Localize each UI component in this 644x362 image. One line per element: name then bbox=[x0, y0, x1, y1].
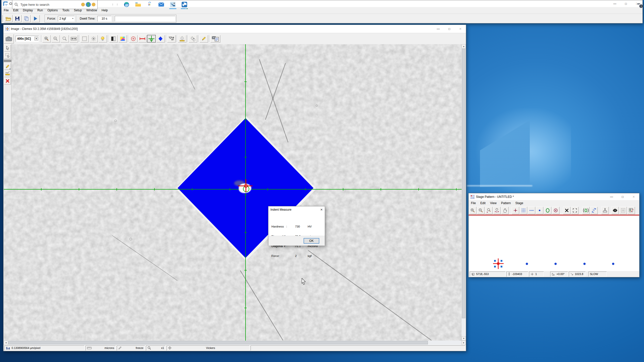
taskbar-utility-button[interactable] bbox=[167, 0, 179, 9]
horizontal-scrollbar[interactable]: ◄ ► bbox=[4, 341, 466, 345]
annotate-button[interactable] bbox=[199, 35, 208, 42]
indent-tool-button[interactable] bbox=[156, 35, 165, 42]
menu-display[interactable]: Display bbox=[21, 9, 35, 12]
stage-point-button[interactable] bbox=[512, 207, 519, 214]
toolbar-text-field[interactable] bbox=[115, 16, 175, 21]
lamp-button[interactable] bbox=[98, 35, 107, 42]
stage-menu-pattern[interactable]: Pattern bbox=[499, 201, 513, 205]
delete-tool-button[interactable] bbox=[4, 77, 11, 84]
dwell-time-field[interactable]: 10 s bbox=[97, 16, 111, 21]
pattern-point[interactable] bbox=[612, 263, 614, 265]
run-button[interactable] bbox=[31, 15, 40, 22]
zoom-out-button[interactable] bbox=[51, 35, 60, 42]
stage-line-pattern-button[interactable] bbox=[528, 207, 535, 214]
circle-marker-button[interactable] bbox=[129, 35, 138, 42]
report-snapshot-button[interactable] bbox=[210, 35, 220, 42]
stage-pattern-canvas[interactable] bbox=[469, 216, 639, 271]
zoom-window-button[interactable] bbox=[60, 35, 69, 42]
measure-indent-button[interactable] bbox=[178, 35, 186, 42]
pattern-point[interactable] bbox=[554, 263, 557, 265]
start-button[interactable] bbox=[0, 0, 12, 9]
taskbar-store-button[interactable] bbox=[144, 0, 155, 9]
copy-button[interactable] bbox=[22, 15, 31, 22]
dialog-close-icon[interactable]: ✕ bbox=[320, 208, 323, 211]
menu-run[interactable]: Run bbox=[35, 9, 45, 12]
sort-measures-button[interactable] bbox=[167, 35, 176, 42]
ruler-line-button[interactable] bbox=[138, 35, 147, 42]
stage-fit-view-button[interactable] bbox=[571, 207, 579, 214]
stage-zoom-in-button[interactable] bbox=[469, 207, 476, 214]
menu-window[interactable]: Window bbox=[84, 9, 99, 12]
pattern-point[interactable] bbox=[526, 263, 528, 265]
maximize-button[interactable]: □ bbox=[620, 0, 631, 7]
menu-help[interactable]: Help bbox=[99, 9, 110, 12]
vertical-scroll-thumb[interactable] bbox=[462, 49, 465, 318]
measure-curve-tool-button[interactable] bbox=[4, 70, 11, 77]
stage-table-button[interactable] bbox=[627, 207, 635, 214]
grayscale-button[interactable] bbox=[109, 35, 118, 42]
stage-zoom-point-button[interactable] bbox=[485, 207, 493, 214]
stage-zoom-out-button[interactable] bbox=[477, 207, 485, 214]
stage-zoom-points-button[interactable] bbox=[493, 207, 501, 214]
selected-pattern-point[interactable] bbox=[493, 258, 504, 269]
pencil-tool-button[interactable]: ▸ bbox=[4, 63, 11, 70]
vertical-scrollbar[interactable]: ▲ ▼ bbox=[462, 44, 466, 341]
menu-tools[interactable]: Tools bbox=[60, 9, 72, 12]
stage-joystick-button[interactable] bbox=[601, 207, 609, 214]
stage-maximize-button[interactable]: □ bbox=[617, 193, 628, 200]
image-minimize-button[interactable]: — bbox=[433, 25, 444, 33]
stage-menu-view[interactable]: View bbox=[488, 201, 499, 205]
taskbar-edge-button[interactable] bbox=[121, 0, 132, 9]
taskbar-clemex-button[interactable] bbox=[179, 0, 190, 9]
camera-button[interactable] bbox=[4, 34, 14, 43]
task-view-button[interactable] bbox=[109, 0, 121, 9]
horizontal-scroll-thumb[interactable] bbox=[8, 341, 428, 344]
magnification-select[interactable]: 400x [SC] ▼ bbox=[16, 36, 39, 42]
minimize-button[interactable]: — bbox=[609, 0, 620, 7]
taskbar-mail-button[interactable] bbox=[155, 0, 167, 9]
stage-rotate-pattern-button[interactable] bbox=[590, 207, 598, 214]
stage-circled-point-button[interactable] bbox=[552, 207, 559, 214]
menu-options[interactable]: Options bbox=[45, 9, 60, 12]
search-doodle-icon[interactable] bbox=[81, 1, 96, 8]
stage-delete-button[interactable] bbox=[563, 207, 571, 214]
scroll-down-button[interactable]: ▼ bbox=[462, 336, 466, 341]
stage-lens-button[interactable] bbox=[611, 207, 619, 214]
scroll-left-button[interactable]: ◄ bbox=[4, 341, 8, 345]
measure-width-button[interactable] bbox=[69, 35, 78, 42]
pointer-tool-button[interactable] bbox=[4, 44, 11, 52]
stage-menu-edit[interactable]: Edit bbox=[478, 201, 488, 205]
force-select[interactable]: 2 kgf ▼ bbox=[58, 16, 74, 21]
image-maximize-button[interactable]: □ bbox=[444, 25, 455, 33]
select-rect-tool-button[interactable] bbox=[4, 52, 11, 59]
open-button[interactable] bbox=[4, 15, 13, 22]
notification-button[interactable]: 1 bbox=[636, 2, 641, 7]
menu-file[interactable]: File bbox=[2, 9, 11, 12]
brightness-button[interactable] bbox=[89, 35, 98, 42]
stage-calibrate-button[interactable] bbox=[582, 207, 590, 214]
taskbar-search[interactable]: Type here to search bbox=[12, 0, 98, 9]
menu-setup[interactable]: Setup bbox=[72, 9, 84, 12]
menu-edit[interactable]: Edit bbox=[11, 9, 21, 12]
stage-grid-pattern-button[interactable] bbox=[520, 207, 527, 214]
zoom-in-button[interactable] bbox=[42, 35, 51, 42]
stage-menu-file[interactable]: File bbox=[469, 201, 478, 205]
pattern-point[interactable] bbox=[583, 263, 586, 265]
scroll-right-button[interactable]: ► bbox=[462, 341, 466, 345]
crosshair-tool-button[interactable] bbox=[147, 35, 156, 42]
scroll-up-button[interactable]: ▲ bbox=[462, 44, 466, 49]
save-button[interactable] bbox=[13, 15, 22, 22]
stage-pan-button[interactable] bbox=[501, 207, 509, 214]
ok-button[interactable]: OK bbox=[304, 238, 319, 244]
stage-menu-stage[interactable]: Stage bbox=[513, 201, 526, 205]
stage-single-point-button[interactable] bbox=[536, 207, 543, 214]
micrograph-viewport[interactable]: ▸ bbox=[4, 44, 462, 341]
select-region-button[interactable] bbox=[80, 35, 89, 42]
toolbar-grip[interactable] bbox=[2, 15, 3, 22]
stage-minimize-button[interactable]: — bbox=[606, 193, 617, 200]
move-indent-button[interactable] bbox=[189, 35, 197, 42]
cortana-button[interactable] bbox=[98, 0, 109, 9]
palette-button[interactable] bbox=[118, 35, 127, 42]
taskbar-explorer-button[interactable] bbox=[132, 0, 144, 9]
stage-ellipse-pattern-button[interactable] bbox=[544, 207, 551, 214]
